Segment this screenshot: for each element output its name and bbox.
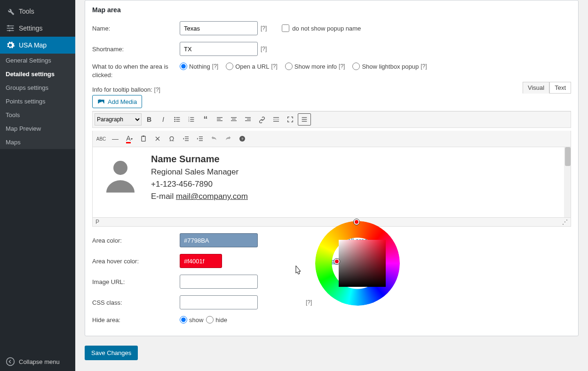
radio-url[interactable] [226,63,233,70]
radio-lightbox[interactable] [352,63,360,70]
readmore-button[interactable] [270,113,283,126]
svg-point-0 [8,25,9,26]
tab-visual[interactable]: Visual [523,82,549,94]
tab-text[interactable]: Text [549,82,571,94]
add-media-button[interactable]: Add Media [92,95,142,108]
svg-rect-27 [273,119,279,120]
contact-email-link[interactable]: mail@company.com [176,192,248,201]
svg-rect-19 [217,120,222,121]
svg-rect-25 [245,120,251,121]
sidebar-sub-tools[interactable]: Tools [0,108,75,122]
help-icon[interactable]: [?] [154,87,160,93]
outdent-button[interactable] [179,133,192,145]
radio-url-label: Open a URL [235,63,269,70]
no-popup-checkbox[interactable] [282,24,289,32]
apply-all-link[interactable]: apply to all areas [325,258,371,265]
editor-toolbar: Paragraph B I 123 “ [92,111,571,128]
help-icon[interactable]: [?] [212,63,218,70]
radio-info[interactable] [285,63,293,70]
svg-rect-39 [199,141,203,141]
indent-button[interactable] [193,133,207,145]
sidebar-submenu: General Settings Detailed settings Group… [0,54,75,149]
paste-button[interactable] [137,133,150,145]
sidebar-sub-detailed[interactable]: Detailed settings [0,67,75,81]
editor-scrollbar[interactable] [564,147,571,217]
name-input[interactable] [180,21,258,35]
svg-rect-33 [143,136,144,137]
gear-icon [6,40,15,50]
sidebar-sub-general[interactable]: General Settings [0,54,75,67]
editor-content[interactable]: Name Surname Regional Sales Manager +1-1… [92,147,571,218]
collapse-icon [6,357,15,366]
css-class-input[interactable] [180,295,258,309]
svg-rect-28 [273,121,279,122]
radio-nothing[interactable] [180,63,187,70]
sidebar-sub-points[interactable]: Points settings [0,95,75,108]
apply-all-link[interactable]: apply to all areas [325,237,371,244]
align-left-button[interactable] [213,113,226,126]
svg-point-1 [12,27,13,29]
svg-point-2 [9,30,10,31]
hr-button[interactable]: — [109,133,122,145]
toolbar-toggle-button[interactable] [298,113,311,126]
svg-rect-26 [273,118,279,118]
undo-button[interactable] [207,133,221,145]
sidebar-item-label: Settings [19,24,43,32]
align-center-button[interactable] [227,113,240,126]
help-icon[interactable]: [?] [339,63,345,70]
hover-color-input[interactable]: #f4001f [180,254,222,268]
sidebar-sub-preview[interactable]: Map Preview [0,122,75,135]
svg-rect-22 [231,120,237,121]
collapse-label: Collapse menu [19,358,60,365]
resize-handle[interactable]: ⋰ [562,219,568,225]
help-icon[interactable]: [?] [421,63,427,70]
svg-rect-38 [199,139,203,139]
editor-toolbar-2: ABC — A ▾ Ω ? [92,131,571,147]
svg-rect-30 [302,119,307,120]
help-button[interactable]: ? [236,133,249,145]
sliders-icon [6,24,15,33]
radio-hide[interactable] [206,316,214,324]
ol-button[interactable]: 123 [185,113,198,126]
save-changes-button[interactable]: Save Changes [85,346,138,360]
help-icon[interactable]: [?] [306,299,312,306]
shortname-label: Shortname: [92,46,177,53]
redo-button[interactable] [222,133,235,145]
fullscreen-button[interactable] [284,113,297,126]
clear-format-button[interactable] [151,133,164,145]
area-color-input[interactable]: #7798BA [180,233,258,247]
textcolor-button[interactable]: A ▾ [123,133,136,145]
image-url-input[interactable] [180,275,258,289]
italic-button[interactable]: I [157,113,170,126]
admin-sidebar: Tools Settings USA Map General Settings … [0,0,75,371]
help-icon[interactable]: [?] [261,46,267,52]
sidebar-item-settings[interactable]: Settings [0,20,75,37]
sidebar-item-tools[interactable]: Tools [0,3,75,20]
quote-button[interactable]: “ [199,113,212,126]
sidebar-item-usa-map[interactable]: USA Map [0,37,75,54]
css-class-label: CSS class: [92,299,177,306]
svg-rect-35 [185,139,189,139]
sidebar-sub-maps[interactable]: Maps [0,135,75,149]
help-icon[interactable]: [?] [271,63,277,70]
contact-phone: +1-123-456-7890 [151,180,248,189]
link-button[interactable] [255,113,269,126]
radio-info-label: Show more info [294,63,337,70]
format-select[interactable]: Paragraph [95,113,142,126]
sidebar-sub-groups[interactable]: Groups settings [0,81,75,95]
ul-button[interactable] [171,113,184,126]
click-action-label: What to do when the area is clicked: [92,63,177,79]
svg-rect-18 [217,119,221,119]
image-url-label: Image URL: [92,278,177,285]
shortname-input[interactable] [180,42,258,56]
help-icon[interactable]: [?] [261,25,267,32]
strike-button[interactable]: ABC [95,133,108,145]
svg-rect-34 [185,137,189,137]
svg-rect-32 [142,136,145,142]
radio-show[interactable] [180,316,187,324]
special-char-button[interactable]: Ω [165,133,178,145]
align-right-button[interactable] [241,113,254,126]
name-label: Name: [92,25,177,32]
collapse-menu-button[interactable]: Collapse menu [0,352,75,371]
bold-button[interactable]: B [143,113,156,126]
